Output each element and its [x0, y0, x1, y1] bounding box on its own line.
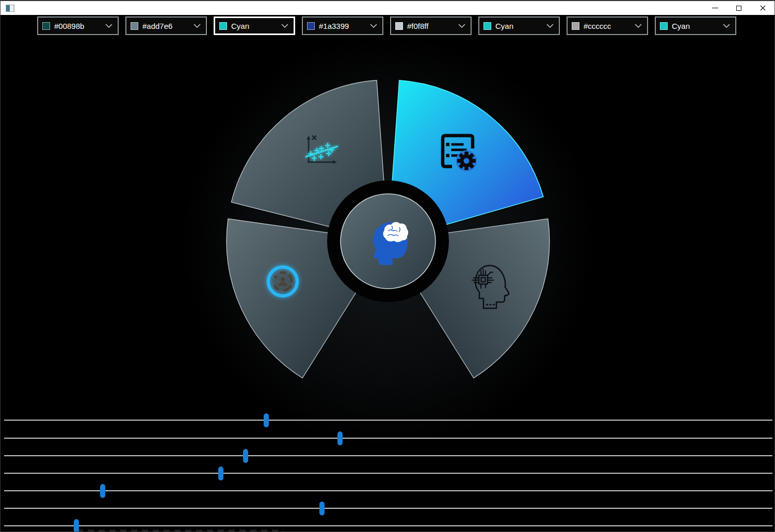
- color-value: Cyan: [495, 22, 513, 30]
- slider-track[interactable]: [4, 473, 772, 474]
- color-value: #1a3399: [319, 22, 349, 30]
- color-dropdown-5[interactable]: #f0f8ff: [390, 16, 472, 35]
- slider-track[interactable]: [4, 525, 772, 526]
- color-value: #add7e6: [142, 22, 172, 30]
- slider-track[interactable]: [4, 455, 772, 456]
- slider-handle[interactable]: [243, 449, 248, 463]
- chevron-down-icon: [281, 24, 288, 28]
- minimize-icon: [712, 8, 718, 8]
- color-dropdown-3[interactable]: Cyan: [214, 16, 295, 35]
- slider-1[interactable]: [4, 413, 772, 427]
- color-swatch: [483, 22, 491, 30]
- app-window: { "window": { "app_icon": "window-app-ic…: [0, 0, 775, 532]
- minimize-button[interactable]: [703, 1, 727, 15]
- color-swatch: [307, 22, 315, 30]
- color-swatch: [219, 22, 227, 30]
- close-icon: [760, 5, 766, 11]
- close-button[interactable]: [751, 1, 774, 15]
- window-app-icon: [6, 5, 14, 12]
- slider-track[interactable]: [4, 508, 772, 509]
- maximize-button[interactable]: [727, 1, 751, 15]
- chevron-down-icon: [105, 24, 112, 28]
- slider-handle[interactable]: [264, 413, 269, 427]
- titlebar: [1, 1, 774, 15]
- chevron-down-icon: [370, 24, 377, 28]
- color-toolbar: #00898b #add7e6 Cyan #1a3399 #f0f8ff Cya…: [37, 16, 736, 35]
- slider-handle[interactable]: [74, 519, 79, 532]
- color-swatch: [395, 22, 403, 30]
- color-dropdown-4[interactable]: #1a3399: [302, 16, 383, 35]
- slider-track[interactable]: [4, 420, 772, 421]
- color-dropdown-1[interactable]: #00898b: [37, 16, 119, 35]
- color-swatch: [572, 22, 579, 30]
- slider-handle[interactable]: [319, 502, 325, 516]
- color-dropdown-8[interactable]: Cyan: [655, 16, 736, 35]
- color-value: #cccccc: [584, 22, 611, 30]
- slider-4[interactable]: [4, 467, 772, 480]
- color-value: Cyan: [672, 22, 690, 30]
- color-dropdown-7[interactable]: #cccccc: [567, 16, 648, 35]
- maximize-icon: [736, 6, 741, 11]
- color-value: #00898b: [54, 22, 84, 30]
- slider-2[interactable]: [4, 431, 772, 445]
- chevron-down-icon: [635, 24, 642, 28]
- chevron-down-icon: [723, 24, 730, 28]
- slider-handle[interactable]: [218, 467, 223, 480]
- color-swatch: [131, 22, 138, 30]
- slider-6[interactable]: [4, 502, 772, 516]
- slider-track[interactable]: [4, 438, 772, 439]
- slider-handle[interactable]: [100, 484, 105, 498]
- slider-7[interactable]: [4, 519, 772, 532]
- color-dropdown-6[interactable]: Cyan: [478, 16, 560, 35]
- slider-5[interactable]: [4, 484, 772, 498]
- slider-track[interactable]: [4, 490, 772, 491]
- slider-handle[interactable]: [337, 431, 343, 445]
- chevron-down-icon: [546, 24, 554, 28]
- color-swatch: [660, 22, 668, 30]
- chevron-down-icon: [458, 24, 465, 28]
- color-value: Cyan: [231, 22, 249, 30]
- color-swatch: [42, 22, 50, 30]
- color-dropdown-2[interactable]: #add7e6: [125, 16, 207, 35]
- chevron-down-icon: [193, 24, 201, 28]
- color-value: #f0f8ff: [407, 22, 428, 30]
- slider-3[interactable]: [4, 449, 772, 463]
